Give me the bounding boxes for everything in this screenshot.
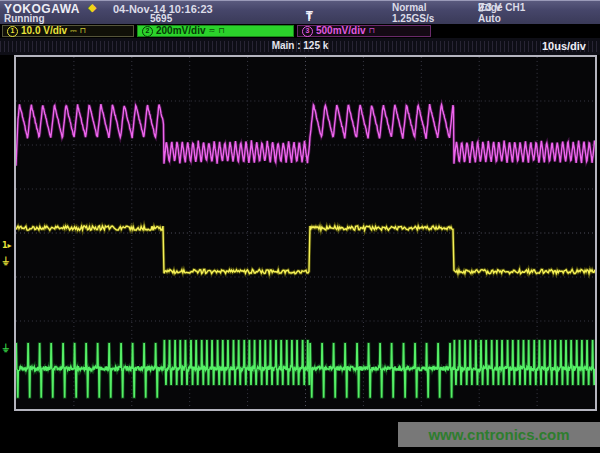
channel-3-scale: 500mV/div	[316, 25, 365, 37]
trigger-sweep-label: Auto	[478, 13, 501, 24]
ch1-position-marker: 1▸	[2, 242, 12, 250]
trigger-top-marker: T	[306, 11, 313, 21]
channel-2-badge[interactable]: 2 200mV/div ≂ ⊓	[137, 25, 294, 37]
channel-badge-row: 1 10.0 V/div ⎓ ⊓ 2 200mV/div ≂ ⊓ 3 500mV…	[0, 24, 600, 38]
ch1-ground-marker: ⏚	[2, 257, 9, 267]
channel-3-number-icon: 3	[302, 26, 313, 37]
sample-rate-label: 1.25GS/s	[392, 13, 434, 24]
trigger-level-label: 2.3 V	[478, 2, 501, 13]
graticule	[14, 55, 597, 411]
trigger-settings: Edge CH1 2.3 V	[478, 2, 488, 13]
channel-2-probe-icon: ⊓	[218, 25, 224, 37]
channel-2-number-icon: 2	[142, 26, 153, 37]
watermark-link[interactable]: www.cntronics.com	[398, 422, 600, 447]
channel-3-coupling-icon: ⊓	[368, 25, 374, 37]
brand-diamond-icon: ◆	[88, 1, 96, 14]
timebase-bar: Main : 125 k 10us/div	[0, 38, 600, 55]
waveform-display	[16, 57, 595, 409]
channel-1-coupling-icon: ⎓	[70, 25, 76, 37]
channel-1-number-icon: 1	[7, 26, 18, 37]
channel-1-probe-icon: ⊓	[80, 25, 86, 37]
trigger-mode-label: Normal	[392, 2, 426, 13]
ch2-ground-marker: ⏚	[2, 344, 9, 354]
acquisition-count: 5695	[150, 13, 172, 24]
channel-3-badge[interactable]: 3 500mV/div ⊓	[297, 25, 431, 37]
scope-header: YOKOGAWA ◆ 04-Nov-14 10:16:23 Running 56…	[0, 0, 600, 24]
time-per-div-label: 10us/div	[542, 40, 586, 52]
channel-2-scale: 200mV/div	[156, 25, 205, 37]
channel-1-scale: 10.0 V/div	[21, 25, 67, 37]
record-length-label: Main : 125 k	[0, 40, 600, 51]
acquisition-status: Running	[4, 13, 45, 24]
channel-1-badge[interactable]: 1 10.0 V/div ⎓ ⊓	[2, 25, 134, 37]
channel-2-coupling-icon: ≂	[208, 25, 215, 37]
